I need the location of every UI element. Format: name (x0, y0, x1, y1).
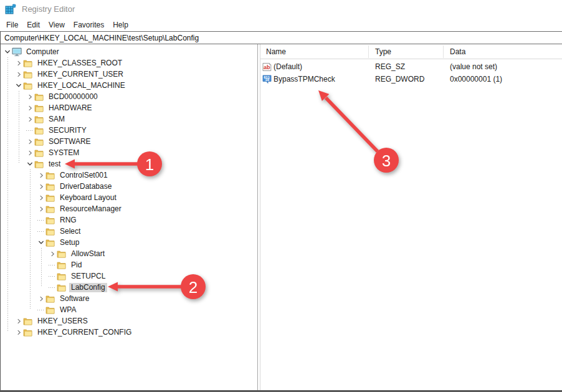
tree-dotted-connector (37, 231, 45, 232)
computer-icon (12, 47, 22, 57)
value-row-default[interactable]: ab (Default) REG_SZ (value not set) (260, 60, 562, 73)
tree-item-allowstart[interactable]: AllowStart (1, 248, 257, 259)
tree-item-security[interactable]: SECURITY (1, 125, 257, 136)
tree-item-software[interactable]: SOFTWARE (1, 136, 257, 147)
chevron-right-icon[interactable] (27, 139, 33, 145)
tree-item-label: Software (58, 294, 91, 304)
menu-item-file[interactable]: File (2, 19, 22, 31)
window-title: Registry Editor (22, 4, 75, 14)
chevron-right-icon[interactable] (39, 206, 44, 212)
tree-item-software[interactable]: Software (1, 293, 257, 304)
chevron-right-icon[interactable] (16, 72, 22, 77)
tree-item-label: SYSTEM (47, 148, 81, 158)
folder-icon (45, 239, 55, 247)
tree-item-driverdatabase[interactable]: DriverDatabase (1, 181, 257, 192)
value-name: BypassTPMCheck (274, 75, 335, 84)
menu-item-help[interactable]: Help (108, 19, 133, 31)
folder-icon (45, 227, 55, 236)
column-header-type[interactable]: Type (369, 45, 444, 58)
registry-editor-window: Registry Editor FileEditViewFavoritesHel… (0, 0, 562, 392)
tree-guide-line (41, 248, 42, 287)
tree-item-test[interactable]: test (1, 158, 257, 170)
tree-item-label: Select (58, 227, 82, 236)
value-type: REG_SZ (369, 62, 444, 71)
menu-item-favorites[interactable]: Favorites (69, 19, 108, 31)
folder-icon (34, 127, 44, 135)
folder-icon (57, 261, 66, 269)
registry-editor-icon (5, 4, 16, 15)
chevron-right-icon[interactable] (39, 184, 44, 189)
folder-icon (45, 216, 55, 224)
value-row-bypasstpmcheck[interactable]: 011 10 BypassTPMCheck REG_DWORD 0x000000… (260, 73, 562, 85)
tree-item-label: DriverDatabase (58, 182, 113, 191)
folder-icon (34, 93, 44, 101)
tree-item-pid[interactable]: Pid (1, 259, 257, 270)
tree-item-label: SOFTWARE (47, 137, 93, 146)
chevron-down-icon[interactable] (38, 239, 44, 246)
folder-icon (45, 194, 55, 202)
tree-item-label: SETUPCL (69, 272, 107, 281)
folder-icon (23, 317, 32, 325)
menu-item-edit[interactable]: Edit (22, 19, 44, 31)
chevron-right-icon[interactable] (16, 318, 22, 324)
tree-item-label: HKEY_CURRENT_CONFIG (36, 328, 133, 337)
value-name: (Default) (274, 62, 302, 71)
chevron-right-icon[interactable] (50, 251, 55, 257)
tree-item-hardware[interactable]: HARDWARE (1, 102, 257, 113)
chevron-right-icon[interactable] (39, 173, 44, 178)
tree-dotted-connector (26, 130, 34, 131)
chevron-right-icon[interactable] (27, 94, 33, 100)
chevron-right-icon[interactable] (16, 330, 22, 335)
column-header-data[interactable]: Data (444, 45, 562, 58)
menu-item-view[interactable]: View (44, 19, 69, 31)
folder-icon (45, 183, 55, 191)
tree-item-wpa[interactable]: WPA (1, 304, 257, 315)
tree-item-hkey-users[interactable]: HKEY_USERS (1, 315, 257, 327)
svg-text:10: 10 (265, 78, 269, 82)
tree-item-label: HKEY_CLASSES_ROOT (36, 59, 124, 68)
tree-item-select[interactable]: Select (1, 226, 257, 237)
value-data: (value not set) (444, 62, 562, 71)
chevron-down-icon[interactable] (27, 161, 33, 167)
tree-item-label: AllowStart (69, 249, 107, 259)
tree-item-setup[interactable]: Setup (1, 237, 257, 248)
tree-item-label: WPA (58, 305, 78, 315)
values-pane: Name Type Data ab (Default) REG_SZ (valu… (260, 44, 562, 390)
tree-item-label: HKEY_LOCAL_MACHINE (36, 81, 127, 90)
chevron-right-icon[interactable] (27, 105, 33, 111)
address-input[interactable] (1, 32, 562, 44)
tree-item-bcd00000000[interactable]: BCD00000000 (1, 91, 257, 102)
tree-item-labconfig[interactable]: LabConfig (1, 282, 257, 293)
chevron-right-icon[interactable] (27, 150, 33, 156)
tree-item-sam[interactable]: SAM (1, 113, 257, 125)
tree-item-setupcl[interactable]: SETUPCL (1, 270, 257, 282)
tree-item-hkey-local-machine[interactable]: HKEY_LOCAL_MACHINE (1, 80, 257, 91)
tree-item-rng[interactable]: RNG (1, 214, 257, 226)
chevron-right-icon[interactable] (39, 296, 44, 302)
chevron-down-icon[interactable] (16, 82, 22, 88)
tree-item-system[interactable]: SYSTEM (1, 147, 257, 158)
tree-item-controlset001[interactable]: ControlSet001 (1, 170, 257, 181)
registry-tree-pane: Computer HKEY_CLASSES_ROOT (1, 44, 257, 390)
chevron-right-icon[interactable] (27, 117, 33, 122)
tree-item-resourcemanager[interactable]: ResourceManager (1, 203, 257, 214)
folder-icon (23, 82, 32, 90)
tree-item-label: Pid (69, 261, 83, 270)
tree-item-computer[interactable]: Computer (1, 46, 257, 57)
column-header-name[interactable]: Name (260, 45, 369, 58)
chevron-right-icon[interactable] (39, 195, 44, 201)
tree-item-label: ResourceManager (58, 204, 123, 214)
tree-item-label: SAM (47, 115, 67, 124)
tree-item-keyboard-layout[interactable]: Keyboard Layout (1, 192, 257, 203)
tree-item-label: SECURITY (47, 126, 88, 135)
tree-item-hkey-current-user[interactable]: HKEY_CURRENT_USER (1, 69, 257, 80)
folder-icon (34, 138, 44, 146)
folder-icon (23, 328, 32, 337)
folder-icon (34, 149, 44, 157)
chevron-down-icon[interactable] (4, 49, 11, 55)
tree-item-hkey-classes-root[interactable]: HKEY_CLASSES_ROOT (1, 57, 257, 69)
tree-item-label: ControlSet001 (58, 171, 110, 180)
folder-icon (34, 104, 44, 112)
tree-item-hkey-current-config[interactable]: HKEY_CURRENT_CONFIG (1, 327, 257, 338)
chevron-right-icon[interactable] (16, 60, 22, 66)
